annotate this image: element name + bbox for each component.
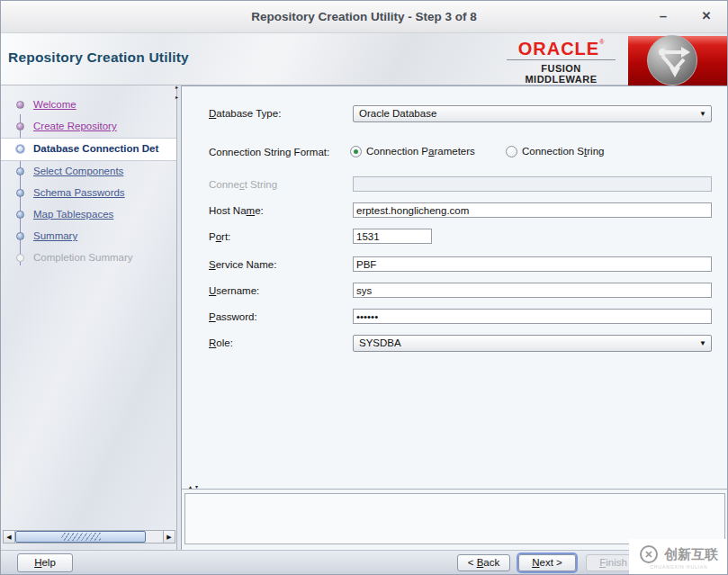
page-title: Repository Creation Utility <box>8 49 189 66</box>
scrollbar-thumb[interactable] <box>15 531 146 543</box>
role-value: SYSDBA <box>359 336 401 351</box>
watermark: ✕ 创新互联 CHUANGXIN HULIAN <box>629 539 728 575</box>
sidebar-step-schema-passwords-link[interactable]: Schema Passwords <box>33 187 125 198</box>
connection-details-panel: Database Type: Oracle Database ▼ Connect… <box>181 85 728 550</box>
fusion-middleware-label: FUSION MIDDLEWARE <box>505 63 617 85</box>
minimize-button[interactable]: – <box>652 1 675 33</box>
port-row: Port: <box>182 229 728 247</box>
password-row: Password: <box>182 309 728 327</box>
username-label: Username: <box>209 283 259 300</box>
next-button[interactable]: Next > <box>518 554 576 571</box>
watermark-subtext: CHUANGXIN HULIAN <box>636 564 721 569</box>
sidebar-step-select-components[interactable]: Select Components <box>1 161 176 183</box>
sidebar-step-summary-link[interactable]: Summary <box>33 230 77 241</box>
messages-panel <box>184 493 725 544</box>
logo-divider <box>507 59 616 60</box>
title-bar: Repository Creation Utility - Step 3 of … <box>1 1 727 33</box>
registered-mark: ® <box>599 39 604 45</box>
service-name-input[interactable] <box>353 256 712 272</box>
scrollbar-grip <box>61 533 101 541</box>
sidebar-step-map-tablespaces-link[interactable]: Map Tablespaces <box>33 209 113 220</box>
steps-list: Welcome Create Repository Database Conne… <box>1 94 176 269</box>
sidebar-step-create-repository[interactable]: Create Repository <box>1 116 176 138</box>
step-bullet-visited <box>16 101 24 109</box>
sidebar-step-database-connection-label: Database Connection Det <box>33 143 176 154</box>
back-button[interactable]: < Back <box>457 554 510 571</box>
port-input[interactable] <box>353 229 432 244</box>
scroll-left-arrow-icon[interactable]: ◀ <box>4 531 15 543</box>
sidebar-step-map-tablespaces[interactable]: Map Tablespaces <box>1 204 176 226</box>
watermark-logo-icon: ✕ <box>640 545 658 563</box>
close-button[interactable]: ✕ <box>695 1 718 33</box>
host-name-label: Host Name: <box>209 202 264 220</box>
help-button[interactable]: Help <box>17 553 73 572</box>
radio-dot <box>354 149 358 154</box>
sidebar-step-welcome[interactable]: Welcome <box>1 94 176 116</box>
splitter-collapse-arrows-icon[interactable]: ▸▸ <box>175 83 178 103</box>
connection-parameters-radio-label[interactable]: Connection Parameters <box>366 146 475 157</box>
rcu-window: Repository Creation Utility - Step 3 of … <box>0 0 728 575</box>
role-select[interactable]: SYSDBA ▼ <box>353 335 712 352</box>
step-bullet-upcoming <box>16 232 24 240</box>
sidebar-step-create-repository-link[interactable]: Create Repository <box>33 121 117 131</box>
sidebar-step-welcome-link[interactable]: Welcome <box>33 99 76 110</box>
host-name-input[interactable] <box>353 202 712 218</box>
username-row: Username: <box>182 283 728 301</box>
header-banner: Repository Creation Utility ORACLE® FUSI… <box>1 33 727 85</box>
connection-parameters-radio[interactable] <box>350 146 362 157</box>
splitter-collapse-arrows-icon[interactable]: ▴▾ <box>189 483 202 490</box>
connect-string-input <box>353 176 712 192</box>
port-label: Port: <box>209 229 230 246</box>
window-body: Welcome Create Repository Database Conne… <box>1 85 727 550</box>
username-input[interactable] <box>353 283 712 298</box>
step-bullet-disabled <box>16 254 24 262</box>
connection-string-format-row: Connection String Format: Connection Par… <box>182 144 728 162</box>
connection-string-format-label: Connection String Format: <box>209 144 329 161</box>
sidebar-step-summary[interactable]: Summary <box>1 226 176 247</box>
chevron-down-icon: ▼ <box>699 336 706 351</box>
service-name-row: Service Name: <box>182 256 728 274</box>
password-label: Password: <box>209 309 257 326</box>
fusion-middleware-badge-icon <box>647 35 697 85</box>
host-name-row: Host Name: <box>182 202 728 220</box>
sidebar-step-completion-summary-label: Completion Summary <box>33 252 133 263</box>
sidebar-step-schema-passwords[interactable]: Schema Passwords <box>1 183 176 204</box>
sidebar-horizontal-scrollbar[interactable]: ◀ ▶ <box>3 530 175 544</box>
database-type-label: Database Type: <box>209 105 281 122</box>
database-type-value: Oracle Database <box>359 106 436 121</box>
radio-dot <box>509 149 514 154</box>
connection-string-radio[interactable] <box>506 146 517 157</box>
step-bullet-upcoming <box>16 167 24 175</box>
role-row: Role: SYSDBA ▼ <box>182 335 728 353</box>
sidebar-step-select-components-link[interactable]: Select Components <box>33 166 123 176</box>
chevron-down-icon: ▼ <box>699 106 706 121</box>
button-bar: Help < Back Next > Finish <box>1 550 727 575</box>
connection-string-radio-label[interactable]: Connection String <box>522 146 604 157</box>
oracle-wordmark: ORACLE <box>518 39 599 58</box>
watermark-text: 创新互联 <box>664 546 718 562</box>
horizontal-splitter[interactable]: ▴▾ <box>182 489 728 490</box>
connect-string-label: Connect String <box>209 176 277 193</box>
step-bullet-upcoming <box>16 189 24 197</box>
step-bullet-upcoming <box>16 211 24 219</box>
database-type-row: Database Type: Oracle Database ▼ <box>182 105 728 123</box>
connect-string-row: Connect String <box>182 176 728 194</box>
password-input[interactable] <box>353 309 712 324</box>
sidebar-step-completion-summary: Completion Summary <box>1 247 176 269</box>
sidebar-step-database-connection: Database Connection Det <box>1 138 176 161</box>
service-name-label: Service Name: <box>209 256 276 274</box>
scroll-right-arrow-icon[interactable]: ▶ <box>163 531 175 543</box>
database-type-select[interactable]: Oracle Database ▼ <box>353 105 712 122</box>
window-title: Repository Creation Utility - Step 3 of … <box>1 1 727 33</box>
step-bullet-visited <box>16 122 24 130</box>
steps-sidebar: Welcome Create Repository Database Conne… <box>1 85 177 550</box>
oracle-logo: ORACLE® FUSION MIDDLEWARE <box>505 39 617 85</box>
role-label: Role: <box>209 335 233 352</box>
step-bullet-current <box>16 145 24 153</box>
